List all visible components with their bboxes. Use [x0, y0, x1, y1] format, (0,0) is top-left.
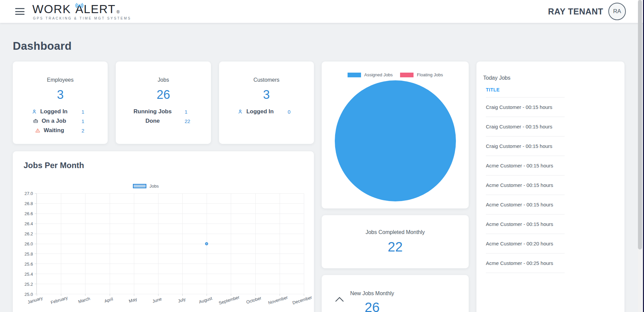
x-tick-label: January: [27, 296, 43, 305]
pie-legend: Assigned Jobs Floating Jobs: [348, 72, 443, 77]
today-job-row[interactable]: Acme Customer - 00:25 hours: [486, 254, 565, 273]
x-tick-label: September: [218, 295, 240, 306]
jobs-completed-card: Jobs Completed Monthly 22: [322, 215, 469, 268]
pie-legend-swatch: [400, 73, 414, 77]
menu-button[interactable]: [15, 7, 25, 15]
pie-legend-swatch: [348, 73, 361, 77]
pie-legend-label: Floating Jobs: [417, 72, 443, 77]
person-icon: [238, 109, 243, 114]
stat-row-label: Running Jobs: [134, 108, 172, 115]
stat-row-value: 1: [80, 109, 102, 115]
person-icon: [32, 109, 37, 114]
pie-legend-item[interactable]: Floating Jobs: [400, 72, 443, 77]
signal-icon: [74, 0, 84, 10]
stat-row-value: 22: [183, 118, 205, 124]
user-menu[interactable]: RAY TENANT RA: [548, 3, 626, 20]
stat-card-title: Jobs: [122, 77, 205, 83]
stat-row-value: 2: [80, 128, 102, 133]
stat-row-value: 1: [183, 109, 205, 115]
x-tick-label: October: [246, 296, 262, 305]
top-bar: WORK ALERT ® GPS TRACKING & TIME MGT SYS…: [0, 0, 644, 23]
x-tick-label: November: [267, 295, 288, 306]
data-point[interactable]: [205, 242, 208, 245]
today-jobs-column-header: TITLE: [486, 87, 565, 98]
today-job-row[interactable]: Craig Customer - 00:15 hours: [486, 136, 565, 156]
stat-card-title: Customers: [225, 77, 308, 83]
today-job-row[interactable]: Acme Customer - 00:15 hours: [486, 156, 565, 176]
today-job-row[interactable]: Acme Customer - 00:15 hours: [486, 214, 565, 234]
chevron-up-icon: [334, 296, 345, 304]
stat-row-label: Logged In: [246, 108, 274, 115]
today-job-row[interactable]: Acme Customer - 00:15 hours: [486, 195, 565, 214]
today-job-row[interactable]: Acme Customer - 00:15 hours: [486, 176, 565, 195]
registered-mark: ®: [117, 10, 120, 15]
stat-row: On a Job 1: [19, 117, 102, 125]
stat-cards-row: Employees 3 Logged In 1: [13, 62, 314, 144]
jobs-pie-card: Assigned Jobs Floating Jobs: [322, 62, 469, 208]
x-tick-label: March: [77, 296, 91, 304]
y-tick-label: 25.4: [25, 272, 33, 277]
stat-row: Running Jobs 1: [122, 107, 205, 116]
legend-swatch-jobs: [133, 184, 146, 188]
x-tick-label: August: [198, 296, 213, 304]
x-tick-label: April: [104, 297, 113, 304]
y-tick-label: 25.2: [25, 282, 33, 287]
x-tick-label: December: [292, 295, 313, 306]
new-jobs-card: New Jobs Monthly 26: [322, 275, 469, 312]
page-title: Dashboard: [13, 40, 627, 52]
stat-card: Employees 3 Logged In 1: [13, 62, 108, 144]
y-tick-label: 25.0: [25, 292, 33, 297]
stat-row: Logged In 1: [19, 107, 102, 116]
jobs-per-month-card: Jobs Per Month Jobs 27.026.826.626.426.2…: [13, 151, 314, 312]
stat-row-value: 0: [286, 109, 308, 115]
x-axis: JanuaryFebruaryMarchAprilMayJuneJulyAugu…: [36, 294, 304, 311]
dashboard-main: Dashboard Employees 3: [0, 40, 644, 312]
y-tick-label: 25.8: [25, 251, 33, 257]
y-tick-label: 27.0: [25, 191, 33, 196]
line-chart-legend[interactable]: Jobs: [4, 184, 287, 189]
stat-card: Customers 3 Logged In 0: [219, 62, 314, 144]
legend-label-jobs: Jobs: [149, 184, 158, 189]
stat-card: Jobs 26 Running Jobs 1: [116, 62, 211, 144]
stat-row-label: Logged In: [40, 108, 68, 115]
y-tick-label: 26.8: [25, 201, 33, 206]
jobs-completed-value: 22: [388, 239, 403, 255]
user-name: RAY TENANT: [548, 7, 603, 16]
today-job-row[interactable]: Craig Customer - 00:15 hours: [486, 98, 565, 117]
x-tick-label: February: [50, 295, 68, 305]
today-job-row[interactable]: Acme Customer - 00:20 hours: [486, 234, 565, 254]
app-root: WORK ALERT ® GPS TRACKING & TIME MGT SYS…: [0, 0, 644, 312]
stat-card-total: 26: [122, 88, 205, 102]
x-tick-label: July: [177, 297, 186, 304]
stat-row-label: Waiting: [44, 127, 64, 134]
brand-logo[interactable]: WORK ALERT ® GPS TRACKING & TIME MGT SYS…: [32, 3, 131, 20]
y-tick-label: 25.6: [25, 262, 33, 267]
pie-legend-item[interactable]: Assigned Jobs: [348, 72, 393, 77]
pie-chart[interactable]: [335, 80, 456, 201]
scrollbar-thumb[interactable]: [638, 0, 642, 249]
line-plot: [36, 193, 304, 294]
pie-legend-label: Assigned Jobs: [364, 72, 393, 77]
stat-row: Logged In 0: [225, 107, 308, 116]
stat-row-label: On a Job: [42, 118, 66, 124]
avatar[interactable]: RA: [608, 3, 626, 20]
today-jobs-title: Today Jobs: [483, 75, 624, 81]
brand-word-work: WORK: [32, 3, 71, 15]
y-tick-label: 26.4: [25, 221, 33, 226]
stat-row: Done 22: [122, 117, 205, 125]
warning-icon: [35, 128, 40, 133]
line-chart: 27.026.826.626.426.226.025.825.625.425.2…: [21, 193, 304, 294]
x-tick-label: June: [152, 296, 162, 304]
jobs-completed-title: Jobs Completed Monthly: [365, 229, 425, 235]
stat-card-title: Employees: [19, 77, 102, 83]
today-jobs-card: Today Jobs TITLE Craig Customer - 00:15 …: [476, 62, 624, 312]
stat-row-label: Done: [145, 118, 160, 124]
stat-card-total: 3: [19, 88, 102, 102]
brand-tagline: GPS TRACKING & TIME MGT SYSTEMS: [32, 16, 131, 20]
brand-wordmark: WORK ALERT ®: [32, 3, 131, 15]
y-tick-label: 26.6: [25, 211, 33, 216]
y-axis: 27.026.826.626.426.226.025.825.625.425.2…: [21, 193, 36, 294]
x-tick-label: May: [128, 297, 138, 304]
y-tick-label: 26.2: [25, 231, 33, 236]
today-job-row[interactable]: Craig Customer - 00:15 hours: [486, 117, 565, 136]
